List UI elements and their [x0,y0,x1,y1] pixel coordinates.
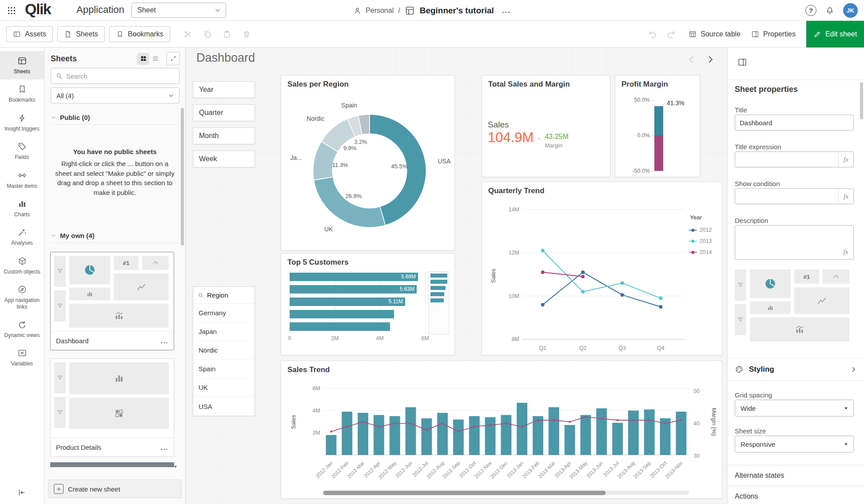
chart-quarterly-trend[interactable]: Quarterly Trend 14M12M10M8MQ1Q2Q3Q4Sales… [482,182,722,355]
collapse-panel-icon[interactable] [17,488,26,497]
title-expression-field[interactable] [740,156,838,163]
sheets-button[interactable]: Sheets [57,26,105,42]
properties-panel-icon[interactable] [737,57,747,67]
more-options-button[interactable]: ... [502,6,511,15]
section-public[interactable]: Public (0) [51,111,179,125]
filter-week[interactable]: Week [193,151,255,167]
svg-text:Q1: Q1 [539,345,546,351]
bar-top-customer[interactable]: 5.63M [290,285,417,294]
properties-button[interactable]: Properties [751,30,796,38]
chart-top-5-customers[interactable]: Top 5 Customers 5.69M5.63M5.11M 02M4M6M [281,253,455,355]
fx-button[interactable]: fx [838,189,853,204]
app-thumbnail-icon[interactable] [405,5,415,16]
sidebar-item-custom-objects[interactable]: Custom objects [0,251,44,280]
sidebar-item-insight-triggers[interactable]: Insight triggers [0,108,44,137]
clipboard-group [183,30,251,39]
thumb-chart-placeholder [735,270,746,301]
redo-icon[interactable] [666,29,676,39]
description-field[interactable] [740,229,838,237]
sidebar-item-fields[interactable]: Fields [0,137,44,165]
sidebar-item-charts[interactable]: Charts [0,194,44,222]
sheet-card-menu-button[interactable]: ... [161,444,168,451]
svg-text:2013-Jun: 2013-Jun [585,460,604,479]
create-new-sheet-button[interactable]: Create new sheet [48,480,182,498]
partially-visible-sheet-card[interactable] [50,462,174,467]
region-item-japan[interactable]: Japan [193,322,255,341]
svg-text:2013-May: 2013-May [569,460,589,480]
help-button[interactable]: ? [805,5,816,16]
filter-year[interactable]: Year [193,81,255,98]
thumb-chart-placeholder [794,287,849,314]
assets-button[interactable]: Assets [6,26,53,42]
bar-top-customer[interactable] [290,322,390,331]
search-icon [198,292,204,298]
source-table-button[interactable]: Source table [689,30,741,38]
scroll-down-indicator-icon[interactable] [173,464,178,469]
grid-view-button[interactable] [137,53,149,65]
region-item-spain[interactable]: Spain [193,360,255,378]
chart-sales-per-region[interactable]: Sales per Region 45.5%USA26.9%UK11.3%Ja.… [281,75,455,250]
list-view-button[interactable] [149,53,161,65]
sidebar-item-dynamic-views[interactable]: Dynamic views [0,315,44,343]
sidebar-item-variables[interactable]: Variables [0,343,44,372]
sheet-dropdown[interactable]: Sheet [131,3,226,18]
sheet-card-dashboard[interactable]: #1 Dashboard ... [50,252,174,350]
sidebar-item-bookmarks[interactable]: Bookmarks [0,79,44,108]
delete-icon[interactable] [242,30,251,39]
styling-section[interactable]: Styling [728,358,864,381]
sheet-search-input[interactable] [66,72,175,80]
edit-sheet-button[interactable]: Edit sheet [806,21,864,48]
document-title[interactable]: Beginner's tutorial [420,6,494,16]
gauge-tick-mark [652,100,654,100]
insight-triggers-icon [17,113,27,123]
linechart-icon [816,295,827,306]
fx-button[interactable]: fx [838,152,853,167]
filter-quarter[interactable]: Quarter [193,104,255,121]
prev-sheet-icon[interactable] [687,55,697,64]
properties-panel-scrollbar[interactable] [860,82,863,119]
undo-icon[interactable] [648,29,657,39]
actions-section[interactable]: Actions [728,486,864,504]
paste-icon[interactable] [223,30,231,39]
alternate-states-section[interactable]: Alternate states [728,465,864,486]
cut-icon[interactable] [183,30,192,39]
region-item-uk[interactable]: UK [193,378,255,397]
sheets-panel-scrollbar[interactable] [181,108,184,246]
sheets-panel: Sheets All (4) Public (0) You have no pu… [44,48,186,504]
show-condition-field[interactable] [740,193,838,200]
sheet-card-product-details[interactable]: Product Details ... [50,358,174,457]
gauge-profit-margin[interactable]: Profit Margin 50.0% 0.0% -50.0% 41.3% [615,75,700,177]
sheet-size-select[interactable]: Responsive [735,436,854,452]
chart-minimap-scrollbar[interactable] [429,271,449,334]
sidebar-item-analyses[interactable]: Analyses [0,222,44,251]
grid-spacing-select[interactable]: Wide [735,400,854,417]
sidebar-item-app-navigation-links[interactable]: App navigation links [0,280,44,315]
sidebar-item-sheets[interactable]: Sheets [0,51,44,79]
bar-top-customer[interactable]: 5.69M [290,273,418,281]
empty-state-body: Right-click or click the ... button on a… [55,160,174,196]
bar-top-customer[interactable] [290,310,394,318]
sheet-filter-dropdown[interactable]: All (4) [51,87,179,103]
title-field[interactable] [740,119,853,127]
fx-button[interactable]: fx [838,244,853,259]
copy-icon[interactable] [203,30,212,39]
sidebar-item-master-items[interactable]: Master items [0,166,44,194]
plus-box [54,484,64,494]
sheet-card-menu-button[interactable]: ... [161,337,168,345]
app-launcher-icon[interactable] [7,6,16,16]
chart-sales-trend[interactable]: Sales Trend 6M4M2M504030SalesMargin (%)2… [281,361,722,499]
notifications-bell-icon[interactable] [825,6,834,15]
region-item-usa[interactable]: USA [193,397,255,416]
region-item-nordic[interactable]: Nordic [193,341,255,360]
filter-month[interactable]: Month [193,127,255,144]
expand-panel-button[interactable] [167,52,180,65]
region-listbox-header[interactable]: Region [193,287,255,304]
section-my-own[interactable]: My own (4) [51,229,179,243]
kpi-total-sales-and-margin[interactable]: Total Sales and Margin Sales 104.9M - 43… [482,75,610,177]
region-item-germany[interactable]: Germany [193,304,255,322]
bookmarks-button[interactable]: Bookmarks [109,26,170,42]
next-sheet-icon[interactable] [705,55,715,64]
user-avatar[interactable]: JK [843,3,858,18]
personal-scope-label[interactable]: Personal [366,7,394,15]
bar-top-customer[interactable]: 5.11M [290,298,405,306]
